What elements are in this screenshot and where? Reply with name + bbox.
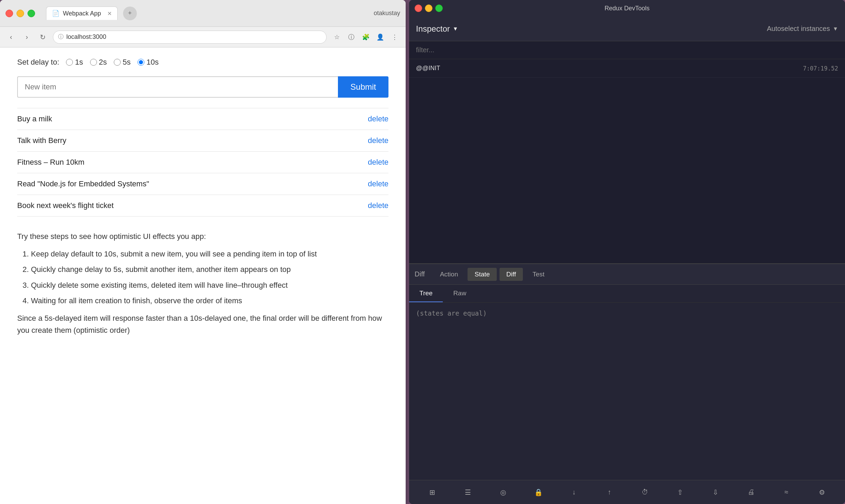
browser-profile: otakustay xyxy=(374,10,400,17)
delay-2s-label: 2s xyxy=(99,58,107,67)
delay-1s-radio[interactable] xyxy=(66,59,73,66)
todo-item: Read "Node.js for Embedded Systems" dele… xyxy=(17,173,388,195)
close-button[interactable] xyxy=(6,10,13,17)
bottom-icon-lock[interactable]: 🔒 xyxy=(531,485,546,500)
sub-tab-raw[interactable]: Raw xyxy=(443,285,476,302)
inspector-dropdown[interactable]: Inspector ▼ xyxy=(416,24,458,34)
autoselect-chevron-icon: ▼ xyxy=(833,26,838,32)
todo-item: Book next week's flight ticket delete xyxy=(17,195,388,217)
todo-item: Fitness – Run 10km delete xyxy=(17,152,388,173)
instruction-item: Quickly delete some existing items, dele… xyxy=(31,279,388,291)
action-time: 7:07:19.52 xyxy=(803,65,838,72)
bottom-icon-up[interactable]: ⇧ xyxy=(673,485,688,500)
delete-button[interactable]: delete xyxy=(368,136,388,145)
bottom-icon-grid[interactable]: ⊞ xyxy=(425,485,440,500)
devtools-window: Redux DevTools Inspector ▼ Autoselect in… xyxy=(409,0,845,504)
todo-item: Talk with Berry delete xyxy=(17,130,388,152)
delete-button[interactable]: delete xyxy=(368,158,388,167)
extensions-icon[interactable]: 🧩 xyxy=(360,32,371,43)
devtools-sub-tabs: Tree Raw xyxy=(409,285,845,303)
delete-button[interactable]: delete xyxy=(368,114,388,123)
todo-item-text: Book next week's flight ticket xyxy=(17,201,114,210)
bottom-icon-circle[interactable]: ◎ xyxy=(496,485,511,500)
tab-favicon: 📄 xyxy=(52,10,59,17)
submit-button[interactable]: Submit xyxy=(338,76,388,98)
forward-icon: › xyxy=(26,33,28,41)
devtools-header: Inspector ▼ Autoselect instances ▼ xyxy=(409,17,845,41)
tab-close-button[interactable]: ✕ xyxy=(107,10,112,17)
export-icon: ↑ xyxy=(608,488,611,496)
minimize-button[interactable] xyxy=(17,10,24,17)
delete-button[interactable]: delete xyxy=(368,201,388,210)
delete-button[interactable]: delete xyxy=(368,179,388,188)
menu-icon[interactable]: ⋮ xyxy=(389,32,400,43)
bookmark-icon[interactable]: ☆ xyxy=(331,32,342,43)
address-bar[interactable]: ⓘ localhost:3000 xyxy=(53,31,327,44)
delay-10s-option[interactable]: 10s xyxy=(138,58,158,67)
profile-icon[interactable]: 👤 xyxy=(375,32,386,43)
tab-diff[interactable]: Diff xyxy=(500,268,523,281)
bottom-icon-import[interactable]: ↓ xyxy=(567,485,582,500)
action-name: @@INIT xyxy=(416,65,440,72)
print-icon: 🖨 xyxy=(748,488,755,496)
devtools-minimize-button[interactable] xyxy=(425,4,432,12)
delay-5s-option[interactable]: 5s xyxy=(114,58,131,67)
todo-item: Buy a milk delete xyxy=(17,108,388,130)
devtools-close-button[interactable] xyxy=(415,4,422,12)
bottom-icon-chart[interactable]: ≈ xyxy=(779,485,794,500)
filter-input[interactable] xyxy=(416,46,838,54)
autoselect-label: Autoselect instances xyxy=(767,25,830,33)
browser-window: 📄 Webpack App ✕ + otakustay ‹ › ↻ ⓘ loca… xyxy=(0,0,406,504)
browser-titlebar: 📄 Webpack App ✕ + otakustay xyxy=(0,0,406,27)
app-content: Set delay to: 1s 2s 5s 10s Submit xyxy=(0,47,406,504)
info-icon[interactable]: ⓘ xyxy=(346,32,357,43)
instructions-note: Since a 5s-delayed item will response fa… xyxy=(17,312,388,336)
actions-list[interactable]: @@INIT 7:07:19.52 xyxy=(409,59,845,263)
browser-tab[interactable]: 📄 Webpack App ✕ xyxy=(46,7,118,20)
delay-2s-radio[interactable] xyxy=(90,59,97,66)
address-text: localhost:3000 xyxy=(66,33,106,41)
delay-1s-option[interactable]: 1s xyxy=(66,58,83,67)
tab-state[interactable]: State xyxy=(468,268,496,281)
circle-icon: ◎ xyxy=(500,488,506,496)
toolbar-icons: ☆ ⓘ 🧩 👤 ⋮ xyxy=(331,32,400,43)
sub-tab-tree[interactable]: Tree xyxy=(409,285,443,302)
delay-10s-radio[interactable] xyxy=(138,59,144,66)
tab-action[interactable]: Action xyxy=(433,268,465,281)
autoselect-dropdown[interactable]: Autoselect instances ▼ xyxy=(767,25,838,33)
bottom-icon-down[interactable]: ⇩ xyxy=(708,485,723,500)
new-item-input[interactable] xyxy=(17,76,338,98)
new-tab-button[interactable]: + xyxy=(123,7,137,20)
bottom-icon-export[interactable]: ↑ xyxy=(602,485,617,500)
instructions-intro: Try these steps to see how optimistic UI… xyxy=(17,230,388,242)
devtools-traffic-lights xyxy=(415,4,443,12)
action-item-init[interactable]: @@INIT 7:07:19.52 xyxy=(409,59,845,78)
bottom-icon-settings[interactable]: ⚙ xyxy=(814,485,830,500)
bottom-icon-print[interactable]: 🖨 xyxy=(744,485,759,500)
bottom-icon-list[interactable]: ☰ xyxy=(460,485,475,500)
inspector-chevron-icon: ▼ xyxy=(453,26,458,32)
bottom-icon-timer[interactable]: ⏱ xyxy=(637,485,652,500)
delay-row: Set delay to: 1s 2s 5s 10s xyxy=(17,58,388,67)
reload-icon: ↻ xyxy=(40,33,46,41)
states-equal-text: (states are equal) xyxy=(416,309,487,317)
back-button[interactable]: ‹ xyxy=(6,32,17,43)
devtools-maximize-button[interactable] xyxy=(435,4,443,12)
maximize-button[interactable] xyxy=(28,10,35,17)
inspector-label: Inspector xyxy=(416,24,450,34)
delay-2s-option[interactable]: 2s xyxy=(90,58,107,67)
devtools-tabs-row: Diff Action State Diff Test xyxy=(409,264,845,285)
todo-item-text: Buy a milk xyxy=(17,114,52,123)
down-icon: ⇩ xyxy=(713,488,718,496)
chart-icon: ≈ xyxy=(784,488,788,496)
lock-icon: ⓘ xyxy=(58,33,64,41)
forward-button[interactable]: › xyxy=(21,32,32,43)
instructions: Try these steps to see how optimistic UI… xyxy=(17,230,388,336)
import-icon: ↓ xyxy=(572,488,576,496)
timer-icon: ⏱ xyxy=(641,488,648,496)
tab-test[interactable]: Test xyxy=(526,268,551,281)
back-icon: ‹ xyxy=(10,33,12,41)
delay-5s-radio[interactable] xyxy=(114,59,121,66)
reload-button[interactable]: ↻ xyxy=(37,32,48,43)
settings-icon: ⚙ xyxy=(819,488,825,496)
